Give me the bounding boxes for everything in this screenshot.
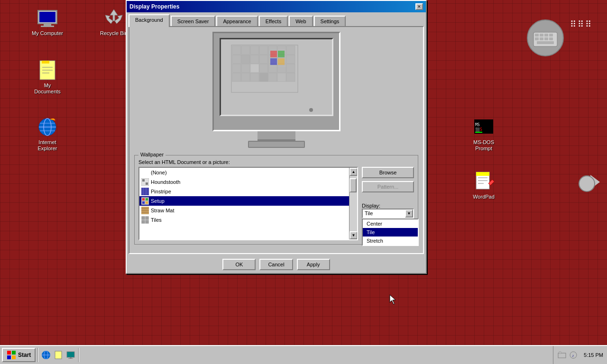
apply-button[interactable]: Apply [297, 259, 330, 270]
ql-doc[interactable] [53, 349, 64, 361]
my-documents-label: My Documents [30, 82, 64, 95]
display-value: Tile [363, 209, 405, 218]
option-stretch[interactable]: Stretch [363, 237, 418, 245]
desktop-icon-ie[interactable]: Internet Explorer [28, 114, 66, 154]
circle-button[interactable] [579, 175, 595, 192]
svg-rect-88 [142, 220, 145, 223]
dialog-content: Wallpaper Select an HTML Document or a p… [129, 26, 424, 254]
monitor-base [248, 141, 305, 148]
svg-rect-59 [250, 73, 259, 82]
dialog-display-properties: Display Properties ✕ Background Screen S… [126, 0, 427, 274]
svg-rect-24 [537, 41, 554, 44]
svg-rect-36 [232, 46, 241, 55]
svg-rect-55 [277, 64, 286, 73]
tab-screensaver[interactable]: Screen Saver [171, 16, 216, 26]
svg-rect-43 [232, 55, 241, 64]
dots-menu[interactable]: ⠿⠿⠿ [570, 19, 593, 29]
svg-rect-56 [286, 64, 295, 73]
svg-rect-89 [146, 220, 148, 223]
svg-rect-28 [475, 132, 482, 133]
recycle-label: Recycle Bin [100, 30, 128, 36]
svg-rect-16 [535, 34, 539, 36]
right-controls: Browse Pattern... Display: Tile ▼ [362, 167, 414, 240]
wordpad-icon [472, 170, 495, 193]
dropdown-arrow[interactable]: ▼ [405, 209, 413, 218]
list-item-tiles[interactable]: Tiles [139, 215, 349, 225]
keyboard-icon-area [526, 19, 564, 58]
list-item-houndstooth[interactable]: Houndstooth [139, 177, 349, 187]
tab-appearance[interactable]: Appearance [216, 16, 258, 26]
desktop-icon-msdos[interactable]: MS ⬛S MS-DOS Prompt [465, 114, 503, 154]
ok-button[interactable]: OK [222, 259, 256, 270]
svg-rect-102 [559, 352, 561, 354]
svg-rect-50 [232, 64, 241, 73]
cancel-button[interactable]: Cancel [259, 259, 293, 270]
svg-rect-42 [286, 46, 295, 55]
quicklaunch [40, 349, 76, 361]
list-item-strawmat[interactable]: Straw Mat [139, 206, 349, 215]
tab-effects[interactable]: Effects [259, 16, 288, 26]
pattern-button[interactable]: Pattern... [362, 181, 414, 192]
tab-background[interactable]: Background [129, 14, 170, 27]
display-section: Display: Tile ▼ Center [362, 200, 414, 218]
svg-rect-44 [241, 55, 250, 64]
svg-rect-77 [142, 198, 145, 200]
ql-desktop[interactable] [65, 349, 76, 361]
svg-rect-79 [142, 201, 145, 204]
desktop-icon-my-documents[interactable]: My Documents [28, 57, 66, 97]
svg-rect-19 [549, 34, 553, 36]
start-button[interactable]: Start [2, 348, 36, 362]
list-item-setup[interactable]: Setup [139, 196, 349, 206]
list-item-none[interactable]: (None) [139, 168, 349, 177]
browse-button[interactable]: Browse [362, 167, 414, 178]
svg-rect-78 [146, 198, 148, 200]
list-item-pinstripe[interactable]: Pinstripe [139, 187, 349, 196]
svg-rect-67 [270, 58, 277, 65]
taskbar: Start ♪ 5: [0, 345, 607, 364]
svg-rect-38 [250, 46, 259, 55]
svg-rect-62 [277, 73, 286, 82]
my-computer-label: My Computer [32, 30, 63, 36]
wallpaper-listbox: (None) Houndstooth [138, 167, 358, 240]
svg-rect-66 [278, 51, 285, 57]
taskbar-divider-1 [37, 348, 38, 362]
svg-rect-58 [241, 73, 250, 82]
svg-rect-23 [549, 37, 553, 40]
option-tile[interactable]: Tile [363, 228, 418, 237]
desktop-icon-my-computer[interactable]: My Computer [28, 5, 66, 38]
svg-rect-80 [146, 201, 148, 204]
scroll-thumb[interactable] [349, 178, 357, 192]
svg-rect-87 [146, 217, 148, 219]
tab-web[interactable]: Web [289, 16, 313, 26]
svg-rect-86 [142, 217, 145, 219]
dialog-title: Display Properties [129, 3, 179, 10]
svg-rect-17 [540, 34, 543, 36]
wallpaper-group: Wallpaper Select an HTML Document or a p… [134, 155, 418, 245]
msdos-label: MS-DOS Prompt [467, 139, 501, 152]
listbox-scrollbar[interactable]: ▲ ▼ [349, 168, 357, 239]
ie-label: Internet Explorer [30, 139, 64, 152]
monitor-preview-image [222, 40, 331, 114]
svg-rect-22 [544, 37, 548, 40]
desktop-icon-wordpad[interactable]: WordPad [465, 168, 503, 202]
ql-ie[interactable] [40, 349, 52, 361]
svg-rect-45 [250, 55, 259, 64]
wallpaper-list-wrapper: (None) Houndstooth [138, 167, 358, 240]
start-windows-icon [7, 350, 16, 360]
display-dropdown[interactable]: Tile ▼ [362, 209, 414, 218]
tray-icon-1 [557, 350, 567, 360]
svg-rect-61 [268, 73, 277, 82]
svg-rect-1 [39, 12, 55, 22]
option-center[interactable]: Center [363, 219, 418, 228]
wordpad-label: WordPad [473, 194, 495, 200]
scroll-down-btn[interactable]: ▼ [349, 231, 358, 239]
title-buttons: ✕ [415, 3, 423, 10]
dialog-footer: OK Cancel Apply [127, 256, 426, 273]
close-button[interactable]: ✕ [415, 3, 423, 10]
my-computer-icon [36, 7, 59, 29]
svg-rect-101 [558, 353, 566, 358]
tab-settings[interactable]: Settings [314, 16, 346, 26]
monitor [212, 32, 340, 131]
scroll-up-btn[interactable]: ▲ [349, 168, 358, 176]
display-dropdown-menu: Center Tile Stretch [362, 218, 419, 246]
